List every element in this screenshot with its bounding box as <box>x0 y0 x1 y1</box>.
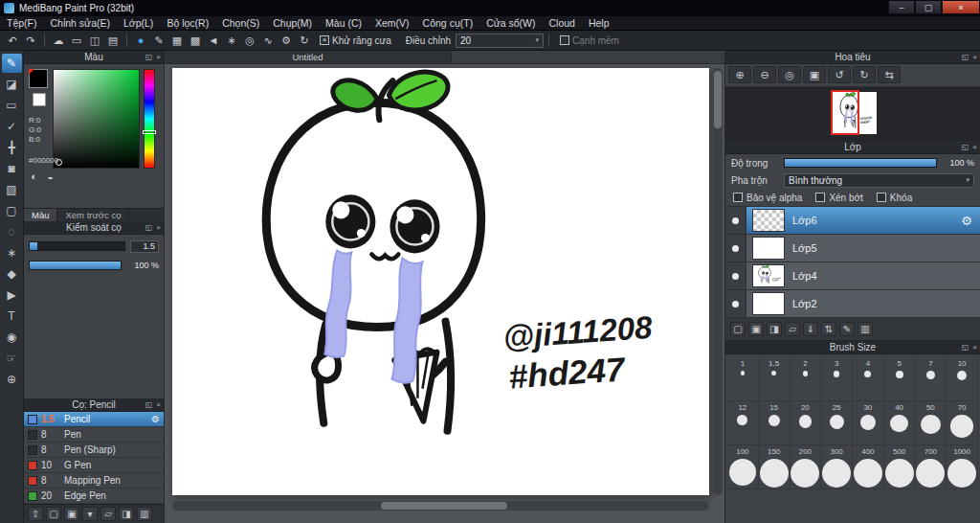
layer-row[interactable]: Lớp4 <box>725 262 980 290</box>
folder-icon[interactable]: ▱ <box>100 507 116 521</box>
brush-size-cell[interactable]: 30 <box>853 401 884 445</box>
brush-size-cell[interactable]: 100 <box>727 445 759 489</box>
menu-item-5[interactable]: Chụp(M) <box>266 17 319 29</box>
panel-detach-icon[interactable]: ◱ <box>145 223 153 232</box>
maximize-button[interactable]: ▢ <box>915 1 942 14</box>
edit-brush-icon[interactable]: ▣ <box>64 507 79 521</box>
panel-close-icon[interactable]: × <box>972 53 977 61</box>
menu-item-3[interactable]: Bộ lọc(R) <box>160 17 215 29</box>
gear-icon[interactable]: ⚙ <box>151 414 160 424</box>
up-icon[interactable]: ⇧ <box>28 507 43 521</box>
lock-checkbox[interactable] <box>877 193 886 202</box>
brush-size-cell[interactable]: 12 <box>727 401 759 445</box>
brush-size-cell[interactable]: 1.5 <box>759 357 791 401</box>
brush-size-cell[interactable]: 7 <box>916 357 947 401</box>
menu-item-10[interactable]: Cloud <box>543 17 582 29</box>
check-tool[interactable]: ✓ <box>2 117 22 136</box>
layer-opacity-slider[interactable] <box>784 158 937 168</box>
cloud-icon[interactable]: ☁ <box>50 33 67 48</box>
brush-item[interactable]: 8Pen <box>24 427 164 443</box>
panel-detach-icon[interactable]: ◱ <box>962 143 969 151</box>
panel-detach-icon[interactable]: ◱ <box>962 343 969 352</box>
brush-size-cell[interactable]: 1 <box>727 357 759 401</box>
eyedropper-tool[interactable]: ◉ <box>2 328 22 347</box>
duplicate-layer-icon[interactable]: ◨ <box>767 322 782 336</box>
menu-item-7[interactable]: Xem(V) <box>368 17 416 29</box>
foreground-color-swatch[interactable] <box>29 69 48 88</box>
document-icon[interactable]: ▤ <box>104 33 122 48</box>
delete-layer-icon[interactable]: ▥ <box>858 322 873 336</box>
layer-row[interactable]: Lớp6⚙ <box>725 207 980 235</box>
canvas-tab[interactable]: Untitled <box>165 51 452 63</box>
zoom-reset-icon[interactable]: ◎ <box>778 66 801 83</box>
menu-item-4[interactable]: Chọn(S) <box>215 17 266 29</box>
blend-mode-dropdown[interactable]: Bình thường ▾ <box>784 173 974 188</box>
snap-gear-icon[interactable]: ⚙ <box>278 33 295 48</box>
saturation-value-picker[interactable] <box>53 69 140 169</box>
alpha-lock-checkbox-group[interactable]: Bảo vệ alpha <box>733 193 802 203</box>
layer-visibility-toggle[interactable] <box>725 262 746 289</box>
chat-icon[interactable]: ◫ <box>86 33 103 48</box>
vertical-scrollbar[interactable] <box>713 68 723 495</box>
vertical-scrollbar-thumb[interactable] <box>714 71 722 128</box>
brush-item[interactable]: 8Mapping Pen <box>24 473 164 489</box>
new-brush-icon[interactable]: ▢ <box>46 507 61 521</box>
soft-edge-checkbox-group[interactable]: Cạnh mềm <box>560 35 619 46</box>
horizontal-scrollbar[interactable] <box>172 501 709 511</box>
brush-item[interactable]: 20Edge Pen <box>24 489 164 504</box>
color-tab-1[interactable]: Xem trước cọ <box>57 209 129 221</box>
layer-order-icon[interactable]: ⇅ <box>821 322 836 336</box>
panel-detach-icon[interactable]: ◱ <box>145 53 153 61</box>
brush-size-cell[interactable]: 300 <box>821 445 853 489</box>
brush-size-cell[interactable]: 25 <box>821 401 853 445</box>
zoom-tool[interactable]: ⊕ <box>2 370 22 389</box>
snap-off-icon[interactable]: ◄ <box>205 33 222 48</box>
copy-icon[interactable]: ◨ <box>119 507 134 521</box>
grid-icon[interactable]: ▦ <box>168 33 186 48</box>
color-wheel-icon[interactable]: ◐ <box>28 170 40 182</box>
brush-size-cell[interactable]: 2 <box>791 357 822 401</box>
panel-close-icon[interactable]: × <box>972 343 977 352</box>
stamp-tool[interactable]: ▭ <box>2 96 22 115</box>
redo-icon[interactable]: ↷ <box>22 33 39 48</box>
magic-wand-tool[interactable]: ∗ <box>2 243 22 262</box>
layer-visibility-toggle[interactable] <box>725 290 746 317</box>
brush-size-cell[interactable]: 40 <box>884 401 916 445</box>
alpha-lock-checkbox[interactable] <box>733 193 743 202</box>
brush-size-cell[interactable]: 400 <box>853 445 884 489</box>
gear-icon[interactable]: ⚙ <box>961 214 972 228</box>
select-tool[interactable]: ▢ <box>2 201 22 220</box>
brush-size-value-box[interactable]: 1.5 <box>130 240 159 253</box>
flip-icon[interactable]: ⇆ <box>878 66 901 83</box>
undo-icon[interactable]: ↶ <box>4 33 21 48</box>
color-bar-icon[interactable]: ◒ <box>44 170 56 182</box>
pen-nib-icon[interactable]: ✎ <box>150 33 167 48</box>
hand-tool[interactable]: ☞ <box>2 349 22 368</box>
color-tab-0[interactable]: Màu <box>24 209 57 221</box>
lock-checkbox-group[interactable]: Khóa <box>877 193 912 203</box>
layer-row[interactable]: Lớp5 <box>725 235 980 262</box>
brush-size-cell[interactable]: 150 <box>759 445 791 489</box>
navigator-thumbnail[interactable] <box>833 92 877 134</box>
brush-size-cell[interactable]: 20 <box>791 401 822 445</box>
hue-slider[interactable] <box>144 69 155 169</box>
brush-item[interactable]: 10G Pen <box>24 458 164 473</box>
brush-size-cell[interactable]: 1000 <box>947 445 978 489</box>
menu-item-8[interactable]: Công cụ(T) <box>416 17 480 29</box>
menu-item-11[interactable]: Help <box>582 17 616 29</box>
clipping-checkbox[interactable] <box>815 193 825 202</box>
layer-settings-icon[interactable]: ✎ <box>839 322 855 336</box>
comment-icon[interactable]: ▭ <box>68 33 85 48</box>
brush-size-cell[interactable]: 3 <box>821 357 853 401</box>
brush-size-cell[interactable]: 700 <box>916 445 947 489</box>
canvas-surface[interactable]: @ji111208 #hd247 <box>172 68 709 495</box>
panel-detach-icon[interactable]: ◱ <box>962 53 969 61</box>
lasso-tool[interactable]: ◌ <box>2 222 22 241</box>
brush-size-cell[interactable]: 500 <box>884 445 916 489</box>
panel-detach-icon[interactable]: ◱ <box>145 400 153 409</box>
background-color-swatch[interactable] <box>33 93 46 106</box>
menu-down-icon[interactable]: ▾ <box>82 507 98 521</box>
merge-layer-icon[interactable]: ⇓ <box>803 322 818 336</box>
brush-opacity-slider[interactable] <box>29 261 122 270</box>
menu-item-0[interactable]: Tệp(F) <box>0 17 44 29</box>
